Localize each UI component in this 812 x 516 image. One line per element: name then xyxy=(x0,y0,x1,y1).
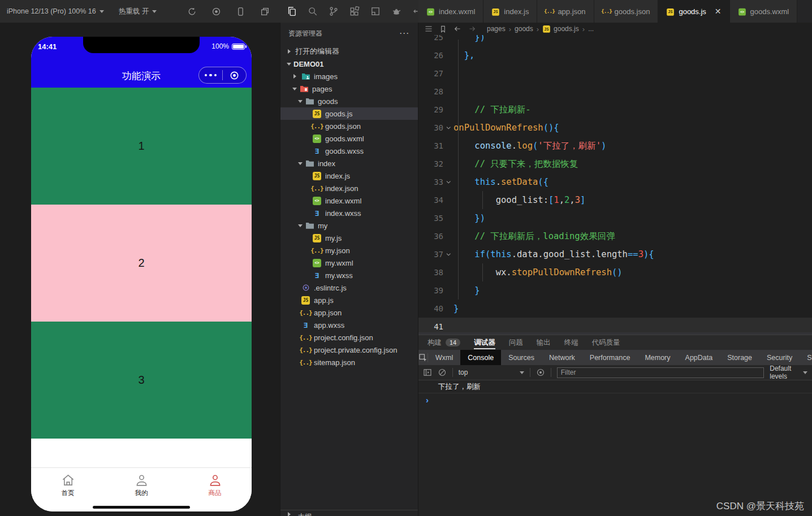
editor-tab-app.json[interactable]: {..}app.json xyxy=(537,0,594,23)
line-number[interactable]: 31 xyxy=(418,141,443,150)
navigate-back-icon[interactable] xyxy=(453,24,462,33)
multi-window-icon[interactable] xyxy=(260,7,270,16)
tabbar-item-我的[interactable]: 我的 xyxy=(105,468,178,511)
log-levels-dropdown[interactable]: Default levels xyxy=(770,365,807,380)
tree-item-my.json[interactable]: {..}my.json xyxy=(280,244,418,257)
editor-tab-goods.js[interactable]: JSgoods.js✕ xyxy=(658,0,729,23)
code-line-32[interactable]: 32 // 只要下来，把数据恢复 xyxy=(418,155,812,173)
devtools-tab-Security[interactable]: Security xyxy=(759,350,800,365)
panel-tab-问题[interactable]: 问题 xyxy=(509,335,523,350)
line-number[interactable]: 38 xyxy=(418,268,443,277)
panel-tab-终端[interactable]: 终端 xyxy=(564,335,578,350)
line-number[interactable]: 39 xyxy=(418,286,443,295)
breadcrumb-item[interactable]: pages xyxy=(487,25,506,33)
search-icon[interactable] xyxy=(308,6,318,16)
tree-item-pages[interactable]: pages xyxy=(280,83,418,95)
tree-item-goods.json[interactable]: {..}goods.json xyxy=(280,120,418,132)
navigate-forward-icon[interactable] xyxy=(468,24,477,33)
clear-console-icon[interactable] xyxy=(438,368,447,377)
tree-item-images[interactable]: images xyxy=(280,70,418,83)
tree-item-index.wxss[interactable]: Ǝindex.wxss xyxy=(280,207,418,219)
console-sidebar-toggle-icon[interactable] xyxy=(423,368,432,377)
tabbar-item-商品[interactable]: 商品 xyxy=(178,468,252,511)
breadcrumb-item[interactable]: goods xyxy=(515,25,533,33)
tree-item-project.private.config.json[interactable]: {..}project.private.config.json xyxy=(280,344,418,356)
tree-item-app.json[interactable]: {..}app.json xyxy=(280,306,418,319)
bookmark-icon[interactable] xyxy=(439,25,447,33)
device-icon[interactable] xyxy=(236,7,245,16)
tree-item-goods.js[interactable]: JSgoods.js xyxy=(280,107,418,120)
tree-item-my[interactable]: my xyxy=(280,219,418,232)
code-line-34[interactable]: 34 good_list:[1,2,3] xyxy=(418,191,812,209)
tree-item-my.wxss[interactable]: Ǝmy.wxss xyxy=(280,269,418,281)
device-selector[interactable]: iPhone 12/13 (Pro) 100% 16 xyxy=(7,7,104,15)
code-line-30[interactable]: 30onPullDownRefresh(){ xyxy=(418,119,812,137)
console-filter-input[interactable] xyxy=(557,367,764,378)
code-line-27[interactable]: 27 xyxy=(418,64,812,83)
code-line-40[interactable]: 40} xyxy=(418,300,812,318)
tree-item-打开的编辑器[interactable]: 打开的编辑器 xyxy=(280,45,418,58)
code-line-37[interactable]: 37 if(this.data.good_list.length==3){ xyxy=(418,245,812,263)
line-number[interactable]: 28 xyxy=(418,87,443,96)
devtools-tab-Performance[interactable]: Performance xyxy=(582,350,638,365)
devtools-tab-Wxml[interactable]: Wxml xyxy=(428,350,460,365)
more-actions-icon[interactable]: ··· xyxy=(400,29,410,37)
code-line-39[interactable]: 39 } xyxy=(418,281,812,300)
tree-item-index.wxml[interactable]: <>index.wxml xyxy=(280,194,418,207)
tree-item-index.js[interactable]: JSindex.js xyxy=(280,170,418,182)
file-manager-icon[interactable] xyxy=(370,6,381,16)
line-number[interactable]: 35 xyxy=(418,214,443,223)
editor-tab-goods.json[interactable]: {..}goods.json xyxy=(594,0,659,23)
eye-icon[interactable] xyxy=(536,368,545,377)
tree-item-app.js[interactable]: JSapp.js xyxy=(280,294,418,306)
panel-tab-输出[interactable]: 输出 xyxy=(537,335,551,350)
code-line-29[interactable]: 29 // 下拉刷新- xyxy=(418,101,812,119)
close-icon[interactable]: ✕ xyxy=(715,7,722,16)
exit-button[interactable] xyxy=(223,71,246,80)
tabbar-item-首页[interactable]: 首页 xyxy=(31,468,105,511)
extensions-icon[interactable] xyxy=(349,6,360,16)
tree-item-goods.wxss[interactable]: Ǝgoods.wxss xyxy=(280,145,418,157)
line-number[interactable]: 41 xyxy=(418,322,443,331)
context-dropdown[interactable]: top xyxy=(459,368,524,376)
tree-item-project.config.json[interactable]: {..}project.config.json xyxy=(280,331,418,344)
tree-item-app.wxss[interactable]: Ǝapp.wxss xyxy=(280,319,418,331)
devtools-tab-Storage[interactable]: Storage xyxy=(720,350,759,365)
compile-icon[interactable] xyxy=(187,7,197,16)
breadcrumb-item[interactable]: ... xyxy=(588,25,594,33)
code-lines[interactable]: 25 })26 },272829 // 下拉刷新-30onPullDownRef… xyxy=(418,28,812,335)
tree-item-index.json[interactable]: {..}index.json xyxy=(280,182,418,194)
git-branch-icon[interactable] xyxy=(329,6,339,16)
line-number[interactable]: 29 xyxy=(418,105,443,114)
code-line-38[interactable]: 38 wx.stopPullDownRefresh() xyxy=(418,263,812,281)
editor-tab-index.js[interactable]: JSindex.js xyxy=(483,0,537,23)
code-line-31[interactable]: 31 console.log('下拉了，刷新') xyxy=(418,137,812,155)
editor-tab-goods.wxml[interactable]: <>goods.wxml xyxy=(730,0,798,23)
line-number[interactable]: 40 xyxy=(418,304,443,313)
panel-tab-调试器[interactable]: 调试器 xyxy=(474,335,495,350)
line-number[interactable]: 37 xyxy=(418,250,443,259)
hot-reload-toggle[interactable]: 热重载 开 xyxy=(119,7,157,16)
record-icon[interactable] xyxy=(211,7,221,16)
breadcrumb-item[interactable]: JSgoods.js xyxy=(542,24,579,33)
tree-item-my.js[interactable]: JSmy.js xyxy=(280,232,418,244)
fold-icon[interactable] xyxy=(443,125,453,131)
devtools-tab-Sources[interactable]: Sources xyxy=(501,350,542,365)
line-number[interactable]: 27 xyxy=(418,69,443,78)
panel-tab-代码质量[interactable]: 代码质量 xyxy=(592,335,620,350)
tree-item-goods[interactable]: goods xyxy=(280,95,418,107)
tree-item-my.wxml[interactable]: <>my.wxml xyxy=(280,257,418,269)
files-icon[interactable] xyxy=(287,6,297,16)
line-number[interactable]: 36 xyxy=(418,232,443,241)
editor-tab-index.wxml[interactable]: <>index.wxml xyxy=(418,0,483,23)
fold-icon[interactable] xyxy=(443,252,453,258)
panel-tab-构建[interactable]: 构建14 xyxy=(427,335,460,350)
fold-icon[interactable] xyxy=(443,179,453,185)
line-number[interactable]: 32 xyxy=(418,159,443,168)
tree-item-goods.wxml[interactable]: <>goods.wxml xyxy=(280,132,418,145)
devtools-tab-Memory[interactable]: Memory xyxy=(637,350,677,365)
inspect-element-icon[interactable] xyxy=(418,353,428,362)
line-number[interactable]: 30 xyxy=(418,123,443,132)
line-number[interactable]: 33 xyxy=(418,177,443,187)
tree-item-index[interactable]: index xyxy=(280,157,418,170)
